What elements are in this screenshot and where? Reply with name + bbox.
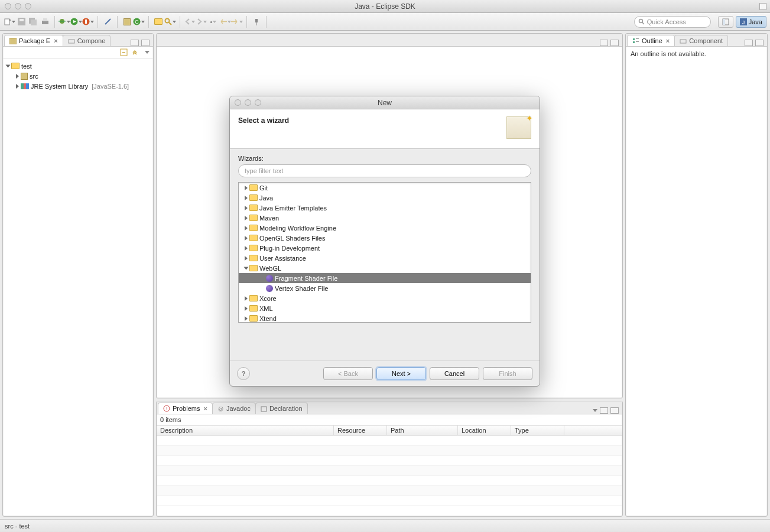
close-icon[interactable]: × xyxy=(666,37,670,44)
search-icon xyxy=(638,18,645,25)
maximize-view-button[interactable] xyxy=(610,407,619,414)
nav-prev-button[interactable] xyxy=(184,16,196,28)
external-tools-button[interactable] xyxy=(82,16,94,28)
problems-icon: ! xyxy=(163,405,170,412)
search-button[interactable] xyxy=(164,16,176,28)
svg-rect-37 xyxy=(680,40,686,43)
col-description[interactable]: Description xyxy=(157,426,334,435)
col-path[interactable]: Path xyxy=(387,426,458,435)
run-button[interactable] xyxy=(70,16,82,28)
new-button[interactable] xyxy=(4,16,15,28)
col-location[interactable]: Location xyxy=(458,426,511,435)
next-button[interactable]: Next > xyxy=(376,367,426,380)
wizard-item[interactable]: Fragment Shader File xyxy=(239,273,531,283)
svg-rect-4 xyxy=(31,20,37,25)
wizard-category[interactable]: Java Emitter Templates xyxy=(239,203,531,213)
tab-javadoc[interactable]: @ Javadoc xyxy=(212,403,256,414)
outline-panel: Outline × Component An outline is not av… xyxy=(625,33,768,517)
tree-src[interactable]: src xyxy=(3,71,153,81)
svg-rect-36 xyxy=(636,41,639,42)
minimize-view-button[interactable] xyxy=(131,40,139,46)
save-button[interactable] xyxy=(15,16,27,28)
new-wizard-dialog: New Select a wizard Wizards: type filter… xyxy=(229,96,540,387)
minimize-editor-button[interactable] xyxy=(600,40,608,46)
wizard-item[interactable]: Vertex Shader File xyxy=(239,283,531,293)
wizard-category[interactable]: Plug-in Development xyxy=(239,243,531,253)
os-titlebar: Java - Eclipse SDK xyxy=(0,0,770,13)
wizard-category[interactable]: OpenGL Shaders Files xyxy=(239,233,531,243)
svg-line-12 xyxy=(105,19,111,24)
tab-problems[interactable]: ! Problems × xyxy=(158,403,213,414)
view-menu-button[interactable] xyxy=(145,51,150,54)
nav-last-button[interactable]: • xyxy=(207,16,219,28)
tree-project[interactable]: test xyxy=(3,61,153,71)
help-button[interactable]: ? xyxy=(237,367,250,380)
svg-text:J: J xyxy=(742,20,745,25)
new-package-button[interactable] xyxy=(121,16,133,28)
save-all-button[interactable] xyxy=(27,16,39,28)
maximize-view-button[interactable] xyxy=(141,40,150,46)
tab-outline[interactable]: Outline × xyxy=(627,35,675,46)
wizard-category[interactable]: XML xyxy=(239,303,531,313)
perspective-java-button[interactable]: JJava xyxy=(736,16,766,28)
svg-rect-2 xyxy=(20,19,24,21)
link-editor-button[interactable] xyxy=(131,48,139,56)
package-explorer-tree[interactable]: test src JRE System Library [JavaSE-1.6] xyxy=(3,59,153,516)
dialog-title: New xyxy=(230,99,540,107)
open-type-button[interactable] xyxy=(152,16,164,28)
tree-jre[interactable]: JRE System Library [JavaSE-1.6] xyxy=(3,81,153,91)
wizard-category[interactable]: User Assistance xyxy=(239,253,531,263)
minimize-view-button[interactable] xyxy=(600,407,608,414)
new-class-button[interactable]: C xyxy=(133,16,145,28)
svg-rect-6 xyxy=(43,18,47,21)
tab-component[interactable]: Compone xyxy=(63,35,111,46)
open-perspective-button[interactable] xyxy=(718,16,733,28)
wizard-category[interactable]: Xcore xyxy=(239,293,531,303)
quick-access-placeholder: Quick Access xyxy=(647,18,686,25)
nav-next-button[interactable] xyxy=(196,16,207,28)
declaration-icon xyxy=(261,406,267,412)
wizard-category[interactable]: Maven xyxy=(239,213,531,223)
svg-rect-25 xyxy=(9,38,17,44)
status-text: src - test xyxy=(5,523,30,530)
quick-access-input[interactable]: Quick Access xyxy=(634,16,711,28)
wizard-tree[interactable]: GitJavaJava Emitter TemplatesMavenModeli… xyxy=(238,182,531,323)
wizard-category[interactable]: Git xyxy=(239,183,531,193)
component-icon xyxy=(680,38,687,44)
dialog-heading: Select a wizard xyxy=(238,116,289,139)
cancel-button[interactable]: Cancel xyxy=(430,367,479,380)
wizard-category[interactable]: Modeling Workflow Engine xyxy=(239,223,531,233)
collapse-all-button[interactable] xyxy=(120,48,128,56)
tab-declaration[interactable]: Declaration xyxy=(255,403,308,414)
svg-rect-22 xyxy=(723,19,725,25)
wizard-filter-input[interactable]: type filter text xyxy=(238,164,531,177)
forward-button[interactable] xyxy=(231,16,243,28)
wizard-category[interactable]: WebGL xyxy=(239,263,531,273)
wizard-category[interactable]: Java xyxy=(239,193,531,203)
view-menu-button[interactable] xyxy=(593,409,597,412)
close-icon[interactable]: × xyxy=(54,37,57,44)
minimize-view-button[interactable] xyxy=(745,40,753,46)
dialog-titlebar[interactable]: New xyxy=(230,96,540,109)
debug-button[interactable] xyxy=(59,16,70,28)
main-toolbar: C • Quick Access JJava xyxy=(0,13,770,31)
finish-button[interactable]: Finish xyxy=(483,367,532,380)
back-button[interactable] xyxy=(219,16,231,28)
maximize-view-button[interactable] xyxy=(755,40,763,46)
wizards-label: Wizards: xyxy=(238,155,531,162)
pin-button[interactable] xyxy=(251,16,262,28)
problems-count: 0 items xyxy=(157,414,622,425)
wizard-category[interactable]: Xtend xyxy=(239,313,531,323)
tab-component-right[interactable]: Component xyxy=(674,35,728,46)
svg-point-19 xyxy=(639,20,642,23)
col-resource[interactable]: Resource xyxy=(334,426,387,435)
print-button[interactable] xyxy=(39,16,51,28)
back-button[interactable]: < Back xyxy=(323,367,373,380)
svg-point-15 xyxy=(165,19,170,23)
wand-button[interactable] xyxy=(102,16,113,28)
col-type[interactable]: Type xyxy=(511,426,564,435)
tab-package-explorer[interactable]: Package E × xyxy=(4,35,63,46)
problems-panel: ! Problems × @ Javadoc Declaration xyxy=(156,401,623,517)
maximize-editor-button[interactable] xyxy=(610,40,619,46)
close-icon[interactable]: × xyxy=(203,405,207,412)
